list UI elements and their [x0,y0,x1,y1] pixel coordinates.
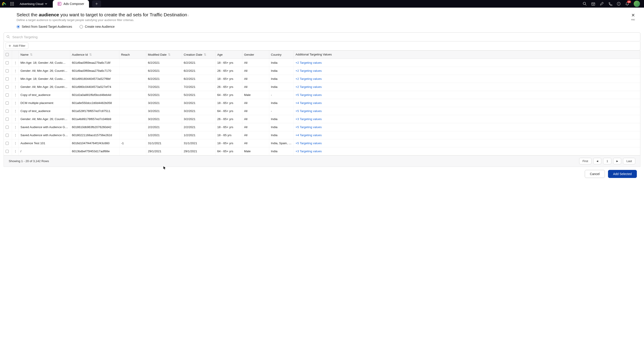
close-button[interactable]: ✕ esc [631,13,635,21]
cell-additional[interactable]: +2 Targeting values [294,83,640,91]
row-checkbox[interactable] [6,94,9,96]
row-checkbox[interactable] [6,86,9,88]
avatar[interactable] [634,1,640,7]
col-reach[interactable]: Reach [119,50,146,59]
cell-gender: All [242,107,269,115]
row-menu-icon[interactable]: ⋮ [14,110,17,113]
page-subtitle: Define a target audience to specifically… [16,18,628,22]
row-checkbox[interactable] [6,110,9,113]
cell-gender: All [242,139,269,147]
row-checkbox[interactable] [6,102,9,105]
row-checkbox[interactable] [6,77,9,80]
row-checkbox[interactable] [6,118,9,121]
row-checkbox[interactable] [6,142,9,145]
cell-modified: 29/1/2021 [146,147,182,156]
cell-age: 64 - 65+ yrs [215,147,242,156]
cell-creation: 6/2/2021 [182,59,215,67]
cell-gender: All [242,83,269,91]
table-row: ⋮Copy of test_audience601a528f176f657ed7… [4,107,640,115]
row-menu-icon[interactable]: ⋮ [14,118,17,121]
row-checkbox[interactable] [6,134,9,137]
cell-additional[interactable]: +2 Targeting values [294,75,640,83]
radio-label: Select from Saved Target Audiences [22,25,72,28]
info-icon[interactable]: i [188,14,189,17]
add-filter-button[interactable]: Add Filter [6,42,28,49]
cell-creation: 3/2/2021 [182,99,215,107]
table-row: ⋮Audience Test 1016016d1047f44764f1f43c6… [4,139,640,147]
radio-label: Create new Audience [85,25,114,28]
cell-id: 60180221168acd15756e262d [70,131,119,139]
cell-additional[interactable]: +4 Targeting values [294,99,640,107]
search-bar[interactable] [4,32,640,41]
app-logo[interactable] [0,0,8,8]
search-icon[interactable] [583,2,587,6]
pager-last[interactable]: Last [623,158,635,164]
cell-additional[interactable]: +5 Targeting values [294,107,640,115]
row-checkbox[interactable] [6,61,9,64]
cell-additional[interactable]: +2 Targeting values [294,59,640,67]
row-menu-icon[interactable]: ⋮ [14,126,17,129]
col-name[interactable]: Name⇅ [18,50,70,59]
bell-icon[interactable]: 14 [625,2,629,6]
cell-country: India [269,123,294,131]
pager-prev[interactable]: ◄ [593,158,601,164]
brand-dropdown[interactable]: Advertising Cloud [16,2,50,6]
row-menu-icon[interactable]: ⋮ [14,94,17,96]
cell-reach [119,91,146,99]
row-menu-icon[interactable]: ⋮ [14,134,17,137]
add-selected-button[interactable]: Add Selected [608,170,637,178]
row-checkbox[interactable] [6,69,9,72]
cell-creation: 6/2/2021 [182,67,215,75]
pager-showing: Showing 1 - 20 of 3,142 Rows [9,160,49,163]
col-country[interactable]: Country [269,50,294,59]
apps-grid-icon[interactable] [8,2,16,6]
calendar-icon[interactable]: 08 [591,2,595,6]
pager: Showing 1 - 20 of 3,142 Rows First ◄ 1 ►… [4,156,640,167]
tab-ads-composer[interactable]: Ads Composer [53,0,89,8]
cell-additional[interactable]: +3 Targeting values [294,147,640,156]
cell-additional[interactable]: +3 Targeting values [294,115,640,123]
edit-icon[interactable] [600,2,604,6]
col-age[interactable]: Age [215,50,242,59]
cell-additional[interactable]: +5 Targeting values [294,139,640,147]
col-modified[interactable]: Modified Date⇅ [146,50,182,59]
radio-saved-audiences[interactable]: Select from Saved Target Audiences [16,25,72,28]
cancel-button[interactable]: Cancel [585,170,605,178]
col-additional[interactable]: Additional Targeting Values [294,50,640,59]
cell-modified: 1/2/2021 [146,131,182,139]
row-checkbox[interactable] [6,126,9,129]
search-input[interactable] [12,35,638,39]
phone-icon[interactable] [608,2,612,6]
cell-modified: 3/2/2021 [146,115,182,123]
cell-reach [119,75,146,83]
radio-create-audience[interactable]: Create new Audience [80,25,114,28]
row-menu-icon[interactable]: ⋮ [14,102,17,105]
row-menu-icon[interactable]: ⋮ [14,142,17,145]
col-creation[interactable]: Creation Date⇅ [182,50,215,59]
cell-reach [119,67,146,75]
pager-first[interactable]: First [579,158,592,164]
help-icon[interactable]: ? [617,2,621,6]
col-gender[interactable]: Gender [242,50,269,59]
new-tab-button[interactable] [92,0,101,7]
cell-additional[interactable]: +5 Targeting values [294,123,640,131]
col-id[interactable]: Audience Id⇅ [70,50,119,59]
select-all-checkbox[interactable] [6,53,9,56]
row-menu-icon[interactable]: ⋮ [14,69,17,72]
cell-gender: All [242,59,269,67]
row-checkbox[interactable] [6,150,9,153]
row-menu-icon[interactable]: ⋮ [14,61,17,64]
cell-additional[interactable]: +2 Targeting values [294,67,640,75]
row-menu-icon[interactable]: ⋮ [14,86,17,88]
cell-additional[interactable]: +5 Targeting values [294,91,640,99]
cell-creation: 1/2/2021 [182,131,215,139]
row-menu-icon[interactable]: ⋮ [14,77,17,80]
row-menu-icon[interactable]: ⋮ [14,150,17,153]
cell-age: 18 - 65+ yrs [215,123,242,131]
cell-creation: 3/2/2021 [182,107,215,115]
pager-next[interactable]: ► [613,158,621,164]
audiences-table: Name⇅ Audience Id⇅ Reach Modified Date⇅ … [4,50,640,156]
radio-icon [16,25,20,28]
pager-page[interactable]: 1 [603,158,611,164]
cell-additional[interactable]: +4 Targeting values [294,131,640,139]
